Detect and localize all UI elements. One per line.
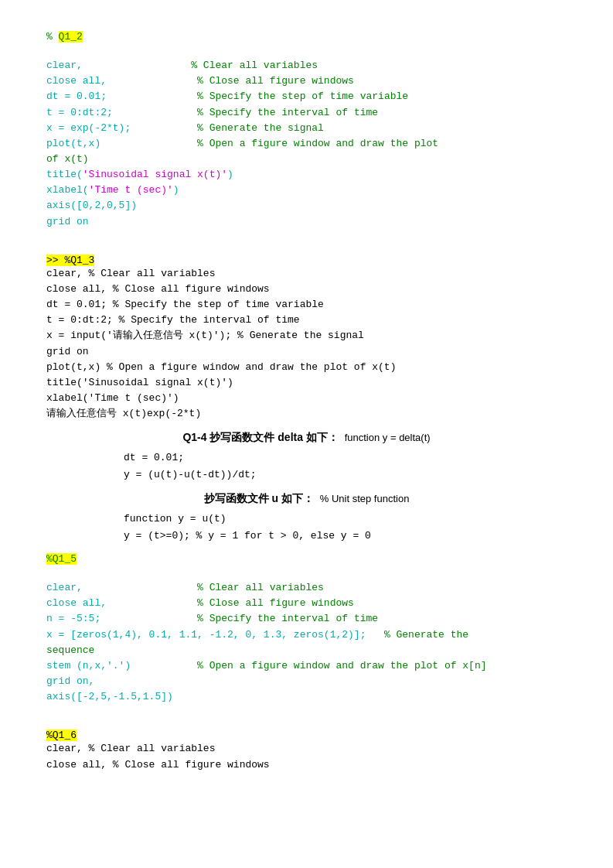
comment: % Specify the interval of time — [197, 613, 378, 624]
u-heading: 抄写函数文件 u 如下： % Unit step function — [46, 492, 567, 506]
comment: sequence — [46, 644, 94, 656]
u-function-section: 抄写函数文件 u 如下： % Unit step function functi… — [46, 492, 567, 544]
u-code: function y = u(t) y = (t>=0); % y = 1 fo… — [124, 511, 567, 544]
comment: % Generate the signal — [197, 122, 324, 134]
q1-3-highlight: >> %Q1_3 — [46, 255, 94, 266]
q1-3-header: >> %Q1_3 — [46, 255, 567, 266]
q1-4-title: Q1-4 抄写函数文件 delta 如下： — [182, 431, 338, 443]
code-line: xlabel('Time t (sec)') — [46, 184, 179, 196]
q1-4-heading: Q1-4 抄写函数文件 delta 如下： function y = delta… — [46, 431, 567, 445]
u-heading-text: % Unit step function — [320, 493, 410, 504]
comment: % Specify the step of time variable — [197, 91, 408, 102]
code-line: x = exp(-2*t); — [46, 122, 131, 134]
q1-4-code: dt = 0.01; y = (u(t)-u(t-dt))/dt; — [124, 449, 567, 483]
code-line: grid on, — [46, 675, 94, 687]
q1-6-section: %Q1_6 clear, % Clear all variables close… — [46, 730, 567, 772]
comment: % Generate the — [384, 629, 468, 641]
q1-2-label: % Q1_2 — [46, 31, 83, 43]
comment: % Open a figure window and draw the plot — [197, 138, 438, 149]
comment: % Clear all variables — [191, 60, 318, 71]
code-line: t = 0:dt:2; — [46, 107, 113, 118]
code-line: title('Sinusoidal signal x(t)') — [46, 377, 233, 388]
code-line: dt = 0.01; — [124, 452, 184, 463]
u-heading-bold: 抄写函数文件 u 如下： — [204, 492, 314, 504]
code-line: clear, — [46, 582, 83, 593]
page-content: % Q1_2 clear, % Clear all variables clos… — [46, 31, 567, 773]
code-line: xlabel('Time t (sec)') — [46, 392, 179, 404]
q1-3-section: >> %Q1_3 clear, % Clear all variables cl… — [46, 255, 567, 422]
q1-5-code: clear, % Clear all variables close all, … — [46, 565, 567, 720]
q1-5-header: %Q1_5 — [46, 553, 567, 565]
comment: % Clear all variables — [197, 582, 324, 593]
code-line: x = input('请输入任意信号 x(t)'); % Generate th… — [46, 330, 364, 341]
q1-3-code: clear, % Clear all variables close all, … — [46, 266, 567, 422]
code-line: plot(t,x) % Open a figure window and dra… — [46, 361, 396, 373]
comment: % Close all figure windows — [197, 597, 354, 609]
q1-5-highlight: %Q1_5 — [46, 553, 77, 565]
code-line: close all, — [46, 75, 107, 87]
code-line: axis([0,2,0,5]) — [46, 200, 137, 211]
code-line: grid on — [46, 216, 89, 227]
code-line: clear, % Clear all variables — [46, 743, 215, 754]
q1-2-header: % Q1_2 — [46, 31, 567, 43]
code-line: y = (u(t)-u(t-dt))/dt; — [124, 469, 257, 480]
code-line: function y = u(t) — [124, 513, 226, 525]
q1-2-highlight: Q1_2 — [59, 31, 83, 43]
q1-2-code: clear, % Clear all variables close all, … — [46, 43, 567, 245]
code-line: dt = 0.01; — [46, 91, 107, 102]
q1-5-section: %Q1_5 clear, % Clear all variables close… — [46, 553, 567, 720]
q1-6-header: %Q1_6 — [46, 730, 567, 741]
q1-4-subtitle: function y = delta(t) — [345, 432, 431, 443]
comment: % Close all figure windows — [197, 75, 354, 87]
comment: of x(t) — [46, 153, 89, 165]
q1-6-highlight: %Q1_6 — [46, 730, 77, 741]
code-line: t = 0:dt:2; % Specify the interval of ti… — [46, 314, 300, 326]
code-line: clear, % Clear all variables — [46, 268, 215, 279]
q1-2-section: % Q1_2 clear, % Clear all variables clos… — [46, 31, 567, 245]
code-line: x = [zeros(1,4), 0.1, 1.1, -1.2, 0, 1.3,… — [46, 629, 366, 641]
code-line: 请输入任意信号 x(t)exp(-2*t) — [46, 408, 201, 419]
q1-5-label: %Q1_5 — [46, 553, 77, 565]
q1-6-code: clear, % Clear all variables close all, … — [46, 741, 567, 772]
code-line: axis([-2,5,-1.5,1.5]) — [46, 691, 173, 702]
q1-4-section: Q1-4 抄写函数文件 delta 如下： function y = delta… — [46, 431, 567, 483]
code-line: grid on — [46, 346, 89, 357]
code-line: dt = 0.01; % Specify the step of time va… — [46, 299, 324, 310]
code-line: clear, — [46, 60, 83, 71]
code-line: y = (t>=0); % y = 1 for t > 0, else y = … — [124, 530, 371, 542]
code-line: close all, — [46, 597, 107, 609]
code-line: n = -5:5; — [46, 613, 100, 624]
comment: % Specify the interval of time — [197, 107, 378, 118]
comment: % Open a figure window and draw the plot… — [197, 660, 486, 672]
code-line: stem (n,x,'.') — [46, 660, 131, 672]
code-line: close all, % Close all figure windows — [46, 283, 270, 295]
code-line: close all, % Close all figure windows — [46, 759, 270, 771]
code-line: plot(t,x) — [46, 138, 100, 149]
code-line: title('Sinusoidal signal x(t)') — [46, 169, 233, 180]
